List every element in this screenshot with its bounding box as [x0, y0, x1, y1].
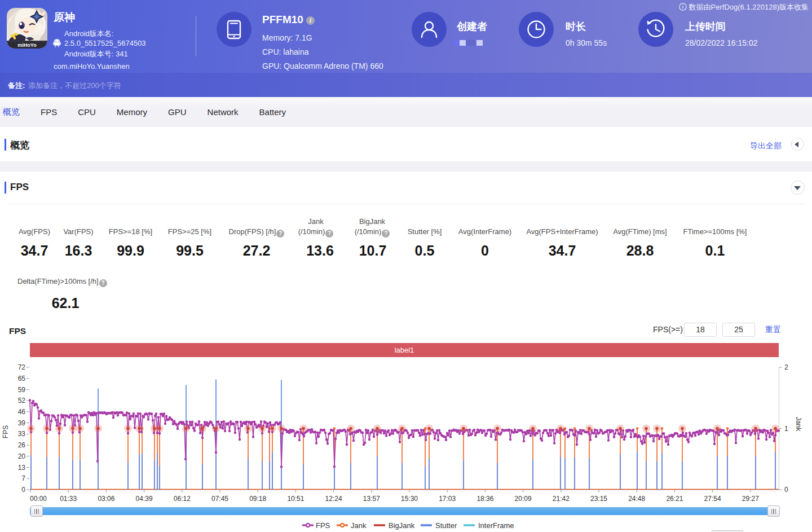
- svg-text:Jank: Jank: [795, 417, 802, 432]
- svg-text:2: 2: [784, 363, 788, 371]
- svg-text:03:06: 03:06: [98, 495, 114, 503]
- svg-text:27:54: 27:54: [704, 495, 721, 503]
- svg-text:13: 13: [18, 464, 26, 472]
- svg-text:24:48: 24:48: [628, 495, 645, 503]
- svg-text:FPS: FPS: [2, 425, 10, 438]
- svg-text:0: 0: [21, 486, 25, 494]
- svg-text:10:51: 10:51: [287, 495, 304, 503]
- svg-text:52: 52: [18, 397, 26, 405]
- svg-text:7: 7: [21, 474, 25, 482]
- svg-text:26:21: 26:21: [666, 495, 683, 503]
- svg-text:12:24: 12:24: [325, 495, 342, 503]
- svg-text:59: 59: [18, 386, 26, 394]
- svg-text:39: 39: [18, 419, 26, 427]
- svg-text:15:30: 15:30: [401, 495, 418, 503]
- svg-text:miHoYo: miHoYo: [17, 42, 37, 48]
- svg-text:65: 65: [18, 375, 26, 382]
- svg-text:04:39: 04:39: [136, 495, 153, 503]
- svg-text:21:42: 21:42: [553, 495, 570, 503]
- svg-text:46: 46: [18, 408, 26, 416]
- svg-text:20: 20: [18, 452, 26, 460]
- svg-text:23:15: 23:15: [590, 495, 607, 503]
- svg-text:13:57: 13:57: [363, 495, 380, 503]
- svg-text:20:09: 20:09: [515, 495, 532, 503]
- svg-text:18:36: 18:36: [476, 495, 493, 503]
- svg-text:09:18: 09:18: [249, 495, 266, 503]
- svg-text:0: 0: [784, 486, 788, 494]
- svg-text:07:45: 07:45: [211, 495, 228, 503]
- svg-text:1: 1: [784, 425, 788, 433]
- svg-text:26: 26: [18, 441, 26, 449]
- svg-text:01:33: 01:33: [60, 495, 77, 503]
- svg-text:29:27: 29:27: [742, 495, 759, 503]
- svg-text:00:00: 00:00: [30, 495, 47, 503]
- svg-text:72: 72: [18, 363, 26, 371]
- svg-text:33: 33: [18, 430, 26, 438]
- svg-text:06:12: 06:12: [174, 495, 191, 503]
- svg-text:17:03: 17:03: [439, 495, 456, 503]
